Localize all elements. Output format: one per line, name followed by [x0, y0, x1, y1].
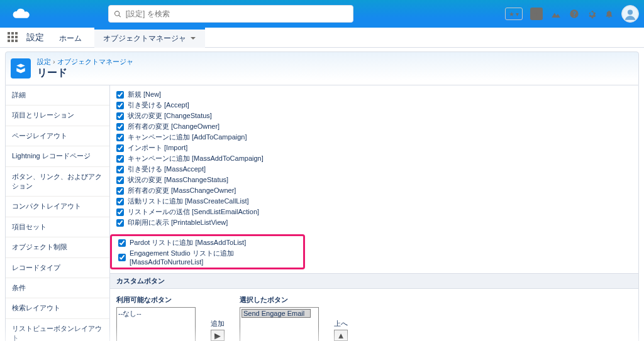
checkbox-label: キャンペーンに追加 [MassAddToCampaign] — [128, 154, 264, 163]
crumb-setup[interactable]: 設定 — [37, 58, 51, 65]
checkbox-label: 状況の変更 [MassChangeStatus] — [128, 175, 228, 185]
object-sidebar: 詳細 項目とリレーション ページレイアウト Lightning レコードページ … — [6, 85, 110, 341]
sidebar-item[interactable]: 項目セット — [6, 217, 109, 237]
sidebar-item[interactable]: ページレイアウト — [6, 126, 109, 146]
sidebar-item[interactable]: 条件 — [6, 278, 109, 298]
global-search[interactable] — [108, 5, 353, 23]
checkbox-label: Engagement Studio リストに追加 [MassAddToNurtu… — [130, 249, 303, 266]
custom-buttons-header: カスタムボタン — [110, 273, 638, 289]
help-icon[interactable] — [569, 9, 579, 19]
move-right-button[interactable]: ▶ — [211, 330, 225, 341]
checkbox[interactable] — [116, 155, 124, 163]
sidebar-item[interactable]: Lightning レコードページ — [6, 146, 109, 166]
app-launcher-icon[interactable] — [8, 32, 19, 43]
checkbox[interactable] — [118, 254, 126, 261]
add-label: 追加 — [211, 319, 225, 328]
sidebar-item[interactable]: 項目とリレーション — [6, 106, 109, 126]
checkbox[interactable] — [116, 219, 124, 227]
checkbox-label: Pardot リストに追加 [MassAddToList] — [130, 238, 246, 247]
page-title: リード — [37, 67, 133, 80]
nav-object-manager[interactable]: オブジェクトマネージャ — [94, 28, 205, 48]
available-label: 利用可能なボタン — [116, 295, 196, 305]
svg-point-1 — [628, 10, 633, 15]
salesforce-logo-icon — [10, 7, 30, 21]
sidebar-item[interactable]: リストビューボタンレイアウト — [6, 319, 109, 341]
breadcrumb: 設定›オブジェクトマネージャ — [37, 57, 133, 67]
crumb-objmgr[interactable]: オブジェクトマネージャ — [57, 58, 133, 65]
checkbox[interactable] — [116, 112, 124, 120]
checkbox[interactable] — [118, 239, 126, 247]
selected-listbox[interactable]: Send Engage Email — [240, 307, 319, 341]
object-icon — [11, 58, 31, 78]
main-content: 新規 [New] 引き受ける [Accept] 状況の変更 [ChangeSta… — [110, 85, 638, 341]
checkbox[interactable] — [116, 123, 124, 131]
checkbox[interactable] — [116, 208, 124, 216]
move-up-button[interactable]: ▲ — [334, 330, 348, 341]
highlighted-pardot-options: Pardot リストに追加 [MassAddToList] Engagement… — [110, 234, 305, 269]
global-header: ★ ▾ ＋ — [0, 0, 644, 28]
checkbox-label: 所有者の変更 [ChangeOwner] — [128, 122, 219, 131]
checkbox[interactable] — [116, 166, 124, 173]
user-avatar[interactable] — [621, 5, 639, 23]
checkbox[interactable] — [116, 187, 124, 195]
checkbox[interactable] — [116, 176, 124, 184]
checkbox-label: 印刷用に表示 [PrintableListView] — [128, 218, 228, 227]
checkbox[interactable] — [116, 91, 124, 99]
global-add-button[interactable]: ＋ — [530, 8, 543, 20]
checkbox-label: 活動リストに追加 [MassCreateCallList] — [128, 197, 249, 206]
app-name: 設定 — [26, 32, 44, 43]
checkbox-label: リストメールの送信 [SendListEmailAction] — [128, 207, 259, 217]
search-input[interactable] — [126, 9, 348, 18]
sidebar-item[interactable]: ボタン、リンク、およびアクション — [6, 167, 109, 197]
chevron-down-icon — [190, 35, 196, 41]
checkbox[interactable] — [116, 102, 124, 109]
sidebar-item[interactable]: 検索レイアウト — [6, 298, 109, 318]
standard-buttons-list: 新規 [New] 引き受ける [Accept] 状況の変更 [ChangeSta… — [110, 89, 638, 234]
checkbox-label: キャンペーンに追加 [AddToCampaign] — [128, 133, 247, 142]
nav-home[interactable]: ホーム — [50, 28, 91, 48]
custom-buttons-picker: 利用可能なボタン --なし-- 追加 ▶ ◀ 削除 選択したボタン Send E… — [110, 289, 638, 341]
sidebar-item[interactable]: 詳細 — [6, 85, 109, 106]
checkbox[interactable] — [116, 144, 124, 152]
trailhead-icon[interactable] — [550, 8, 562, 19]
page-header: 設定›オブジェクトマネージャ リード — [5, 51, 639, 85]
selected-label: 選択したボタン — [240, 295, 319, 305]
up-label: 上へ — [334, 319, 348, 328]
header-actions: ★ ▾ ＋ — [505, 5, 639, 23]
notification-bell-icon[interactable] — [604, 9, 614, 19]
checkbox-label: 所有者の変更 [MassChangeOwner] — [128, 186, 236, 195]
search-icon — [114, 10, 121, 18]
sidebar-item[interactable]: コンパクトレイアウト — [6, 197, 109, 217]
checkbox[interactable] — [116, 198, 124, 205]
sidebar-item[interactable]: オブジェクト制限 — [6, 237, 109, 257]
sidebar-item[interactable]: レコードタイプ — [6, 258, 109, 278]
checkbox-label: 新規 [New] — [128, 90, 161, 99]
checkbox[interactable] — [116, 134, 124, 141]
favorites-button[interactable]: ★ ▾ — [505, 8, 523, 20]
app-nav-bar: 設定 ホーム オブジェクトマネージャ — [0, 28, 644, 48]
checkbox-label: 引き受ける [Accept] — [128, 100, 189, 110]
available-listbox[interactable]: --なし-- — [116, 307, 196, 341]
setup-gear-icon[interactable] — [587, 9, 597, 19]
checkbox-label: 引き受ける [MassAccept] — [128, 165, 206, 174]
page-body: 詳細 項目とリレーション ページレイアウト Lightning レコードページ … — [5, 85, 639, 341]
checkbox-label: 状況の変更 [ChangeStatus] — [128, 111, 212, 121]
checkbox-label: インポート [Import] — [128, 143, 187, 153]
